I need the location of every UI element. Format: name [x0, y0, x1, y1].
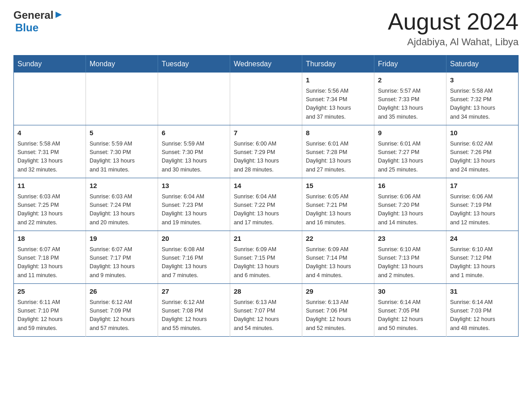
calendar-cell: 19Sunrise: 6:07 AM Sunset: 7:17 PM Dayli… — [86, 231, 158, 284]
day-info: Sunrise: 6:00 AM Sunset: 7:29 PM Dayligh… — [234, 140, 298, 175]
day-number: 26 — [90, 287, 154, 297]
calendar-cell — [158, 73, 230, 125]
logo-triangle-icon — [54, 10, 64, 20]
weekday-header-sunday: Sunday — [14, 56, 86, 73]
calendar-cell: 24Sunrise: 6:10 AM Sunset: 7:12 PM Dayli… — [446, 231, 519, 284]
calendar-cell: 11Sunrise: 6:03 AM Sunset: 7:25 PM Dayli… — [14, 178, 86, 231]
weekday-header-tuesday: Tuesday — [158, 56, 230, 73]
day-number: 22 — [306, 234, 370, 244]
calendar-cell: 27Sunrise: 6:12 AM Sunset: 7:08 PM Dayli… — [158, 284, 230, 337]
weekday-header-wednesday: Wednesday — [230, 56, 302, 73]
calendar-cell: 9Sunrise: 6:01 AM Sunset: 7:27 PM Daylig… — [374, 125, 446, 178]
calendar-cell — [14, 73, 86, 125]
calendar-cell: 20Sunrise: 6:08 AM Sunset: 7:16 PM Dayli… — [158, 231, 230, 284]
day-info: Sunrise: 6:04 AM Sunset: 7:22 PM Dayligh… — [234, 193, 298, 227]
day-info: Sunrise: 6:04 AM Sunset: 7:23 PM Dayligh… — [162, 193, 226, 227]
day-info: Sunrise: 6:14 AM Sunset: 7:05 PM Dayligh… — [378, 298, 442, 333]
day-info: Sunrise: 5:58 AM Sunset: 7:31 PM Dayligh… — [17, 140, 82, 175]
day-number: 3 — [450, 75, 515, 86]
day-number: 17 — [450, 181, 515, 191]
calendar-cell: 26Sunrise: 6:12 AM Sunset: 7:09 PM Dayli… — [86, 284, 158, 337]
calendar-cell: 6Sunrise: 5:59 AM Sunset: 7:30 PM Daylig… — [158, 125, 230, 178]
day-info: Sunrise: 5:58 AM Sunset: 7:32 PM Dayligh… — [450, 87, 515, 122]
calendar-cell: 25Sunrise: 6:11 AM Sunset: 7:10 PM Dayli… — [14, 284, 86, 337]
calendar-cell: 14Sunrise: 6:04 AM Sunset: 7:22 PM Dayli… — [230, 178, 302, 231]
month-title: August 2024 — [388, 9, 519, 34]
weekday-header-friday: Friday — [374, 56, 446, 73]
day-info: Sunrise: 6:03 AM Sunset: 7:25 PM Dayligh… — [17, 193, 82, 227]
day-info: Sunrise: 5:59 AM Sunset: 7:30 PM Dayligh… — [162, 140, 226, 175]
day-info: Sunrise: 6:02 AM Sunset: 7:26 PM Dayligh… — [450, 140, 515, 175]
day-info: Sunrise: 5:59 AM Sunset: 7:30 PM Dayligh… — [90, 140, 154, 175]
calendar-cell — [86, 73, 158, 125]
day-number: 27 — [162, 287, 226, 297]
day-info: Sunrise: 6:06 AM Sunset: 7:19 PM Dayligh… — [450, 193, 515, 227]
calendar-cell: 16Sunrise: 6:06 AM Sunset: 7:20 PM Dayli… — [374, 178, 446, 231]
day-number: 29 — [306, 287, 370, 297]
day-number: 24 — [450, 234, 515, 244]
day-info: Sunrise: 6:12 AM Sunset: 7:08 PM Dayligh… — [162, 298, 226, 333]
day-info: Sunrise: 6:12 AM Sunset: 7:09 PM Dayligh… — [90, 298, 154, 333]
calendar-cell: 10Sunrise: 6:02 AM Sunset: 7:26 PM Dayli… — [446, 125, 519, 178]
day-info: Sunrise: 5:56 AM Sunset: 7:34 PM Dayligh… — [306, 87, 370, 122]
calendar-week-5: 25Sunrise: 6:11 AM Sunset: 7:10 PM Dayli… — [14, 284, 519, 337]
calendar-cell: 3Sunrise: 5:58 AM Sunset: 7:32 PM Daylig… — [446, 73, 519, 125]
day-info: Sunrise: 6:01 AM Sunset: 7:28 PM Dayligh… — [306, 140, 370, 175]
calendar-cell: 23Sunrise: 6:10 AM Sunset: 7:13 PM Dayli… — [374, 231, 446, 284]
day-number: 30 — [378, 287, 442, 297]
day-number: 16 — [378, 181, 442, 191]
calendar-cell: 22Sunrise: 6:09 AM Sunset: 7:14 PM Dayli… — [302, 231, 374, 284]
day-info: Sunrise: 6:07 AM Sunset: 7:18 PM Dayligh… — [17, 245, 82, 280]
svg-marker-0 — [56, 12, 62, 18]
day-info: Sunrise: 6:06 AM Sunset: 7:20 PM Dayligh… — [378, 193, 442, 227]
calendar-cell: 8Sunrise: 6:01 AM Sunset: 7:28 PM Daylig… — [302, 125, 374, 178]
calendar-week-2: 4Sunrise: 5:58 AM Sunset: 7:31 PM Daylig… — [14, 125, 519, 178]
day-number: 2 — [378, 75, 442, 86]
day-number: 20 — [162, 234, 226, 244]
day-number: 25 — [17, 287, 82, 297]
day-info: Sunrise: 6:10 AM Sunset: 7:12 PM Dayligh… — [450, 245, 515, 280]
logo: General Blue — [13, 9, 64, 34]
calendar-body: 1Sunrise: 5:56 AM Sunset: 7:34 PM Daylig… — [14, 73, 519, 337]
calendar-cell: 17Sunrise: 6:06 AM Sunset: 7:19 PM Dayli… — [446, 178, 519, 231]
day-info: Sunrise: 6:10 AM Sunset: 7:13 PM Dayligh… — [378, 245, 442, 280]
weekday-header-row: SundayMondayTuesdayWednesdayThursdayFrid… — [14, 56, 519, 73]
day-number: 18 — [17, 234, 82, 244]
day-info: Sunrise: 6:03 AM Sunset: 7:24 PM Dayligh… — [90, 193, 154, 227]
day-info: Sunrise: 6:05 AM Sunset: 7:21 PM Dayligh… — [306, 193, 370, 227]
calendar-cell: 28Sunrise: 6:13 AM Sunset: 7:07 PM Dayli… — [230, 284, 302, 337]
day-number: 28 — [234, 287, 298, 297]
calendar-cell: 18Sunrise: 6:07 AM Sunset: 7:18 PM Dayli… — [14, 231, 86, 284]
day-number: 11 — [17, 181, 82, 191]
day-number: 5 — [90, 128, 154, 138]
weekday-header-thursday: Thursday — [302, 56, 374, 73]
day-number: 8 — [306, 128, 370, 138]
calendar-cell: 13Sunrise: 6:04 AM Sunset: 7:23 PM Dayli… — [158, 178, 230, 231]
day-number: 6 — [162, 128, 226, 138]
calendar-week-4: 18Sunrise: 6:07 AM Sunset: 7:18 PM Dayli… — [14, 231, 519, 284]
day-number: 7 — [234, 128, 298, 138]
calendar-cell — [230, 73, 302, 125]
day-number: 15 — [306, 181, 370, 191]
logo-blue-text: Blue — [15, 21, 39, 34]
day-number: 21 — [234, 234, 298, 244]
day-number: 4 — [17, 128, 82, 138]
day-number: 10 — [450, 128, 515, 138]
day-info: Sunrise: 6:09 AM Sunset: 7:14 PM Dayligh… — [306, 245, 370, 280]
day-info: Sunrise: 6:13 AM Sunset: 7:06 PM Dayligh… — [306, 298, 370, 333]
calendar-table: SundayMondayTuesdayWednesdayThursdayFrid… — [13, 55, 519, 337]
day-number: 31 — [450, 287, 515, 297]
calendar-cell: 2Sunrise: 5:57 AM Sunset: 7:33 PM Daylig… — [374, 73, 446, 125]
calendar-cell: 30Sunrise: 6:14 AM Sunset: 7:05 PM Dayli… — [374, 284, 446, 337]
weekday-header-monday: Monday — [86, 56, 158, 73]
day-info: Sunrise: 6:08 AM Sunset: 7:16 PM Dayligh… — [162, 245, 226, 280]
calendar-cell: 15Sunrise: 6:05 AM Sunset: 7:21 PM Dayli… — [302, 178, 374, 231]
calendar-week-3: 11Sunrise: 6:03 AM Sunset: 7:25 PM Dayli… — [14, 178, 519, 231]
day-info: Sunrise: 6:01 AM Sunset: 7:27 PM Dayligh… — [378, 140, 442, 175]
calendar-cell: 5Sunrise: 5:59 AM Sunset: 7:30 PM Daylig… — [86, 125, 158, 178]
day-info: Sunrise: 5:57 AM Sunset: 7:33 PM Dayligh… — [378, 87, 442, 122]
day-number: 9 — [378, 128, 442, 138]
day-number: 23 — [378, 234, 442, 244]
day-info: Sunrise: 6:07 AM Sunset: 7:17 PM Dayligh… — [90, 245, 154, 280]
calendar-cell: 29Sunrise: 6:13 AM Sunset: 7:06 PM Dayli… — [302, 284, 374, 337]
